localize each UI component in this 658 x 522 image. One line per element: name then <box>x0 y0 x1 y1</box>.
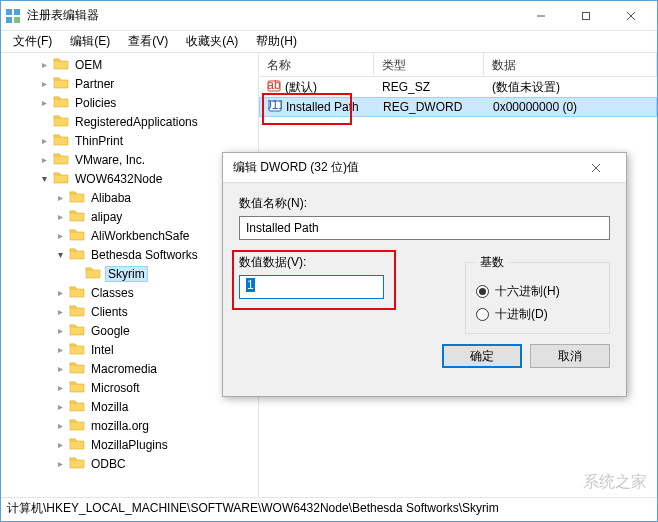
chevron-right-icon[interactable]: ▸ <box>53 210 67 224</box>
folder-icon <box>67 208 89 225</box>
tree-label: Microsoft <box>89 380 142 396</box>
svg-text:011: 011 <box>268 99 282 112</box>
tree-item-alipay[interactable]: ▸alipay <box>1 207 258 226</box>
tree-item-microsoft[interactable]: ▸Microsoft <box>1 378 258 397</box>
tree-label: Policies <box>73 95 118 111</box>
chevron-right-icon[interactable]: ▸ <box>53 343 67 357</box>
folder-icon <box>67 246 89 263</box>
chevron-right-icon[interactable]: ▸ <box>53 400 67 414</box>
folder-icon <box>67 303 89 320</box>
tree-item-odbc[interactable]: ▸ODBC <box>1 454 258 473</box>
list-row[interactable]: 011Installed PathREG_DWORD0x00000000 (0) <box>259 97 657 117</box>
tree-label: Clients <box>89 304 130 320</box>
value-input[interactable]: 1 <box>239 275 384 299</box>
regedit-icon <box>5 8 21 24</box>
dialog-titlebar: 编辑 DWORD (32 位)值 <box>223 153 626 183</box>
tree-item-registeredapplications[interactable]: RegisteredApplications <box>1 112 258 131</box>
radix-dec-option[interactable]: 十进制(D) <box>476 306 599 323</box>
tree-item-mozilla[interactable]: ▸Mozilla <box>1 397 258 416</box>
folder-icon <box>67 417 89 434</box>
tree-item-vmware-inc-[interactable]: ▸VMware, Inc. <box>1 150 258 169</box>
chevron-right-icon[interactable]: ▸ <box>53 229 67 243</box>
radix-group: 基数 十六进制(H) 十进制(D) <box>465 254 610 334</box>
chevron-right-icon[interactable]: ▸ <box>53 362 67 376</box>
maximize-button[interactable] <box>563 2 608 30</box>
tree-item-wow6432node[interactable]: ▾WOW6432Node <box>1 169 258 188</box>
minimize-button[interactable] <box>518 2 563 30</box>
tree-label: RegisteredApplications <box>73 114 200 130</box>
chevron-down-icon[interactable]: ▾ <box>37 172 51 186</box>
radix-hex-option[interactable]: 十六进制(H) <box>476 283 599 300</box>
folder-icon <box>67 436 89 453</box>
tree-item-partner[interactable]: ▸Partner <box>1 74 258 93</box>
folder-icon <box>67 379 89 396</box>
chevron-right-icon[interactable]: ▸ <box>53 419 67 433</box>
chevron-right-icon[interactable]: ▸ <box>53 457 67 471</box>
column-name[interactable]: 名称 <box>259 53 374 76</box>
dialog-close-button[interactable] <box>576 154 616 182</box>
menu-edit[interactable]: 编辑(E) <box>62 31 118 52</box>
tree-label: Intel <box>89 342 116 358</box>
value-type: REG_SZ <box>374 80 484 94</box>
chevron-right-icon[interactable]: ▸ <box>37 153 51 167</box>
menu-favorites[interactable]: 收藏夹(A) <box>178 31 246 52</box>
window-title: 注册表编辑器 <box>27 7 518 24</box>
folder-icon <box>51 151 73 168</box>
value-name: (默认) <box>285 79 317 96</box>
svg-text:ab: ab <box>267 79 281 92</box>
folder-icon <box>51 75 73 92</box>
tree-item-oem[interactable]: ▸OEM <box>1 55 258 74</box>
menu-help[interactable]: 帮助(H) <box>248 31 305 52</box>
tree-label: Classes <box>89 285 136 301</box>
tree-item-google[interactable]: ▸Google <box>1 321 258 340</box>
tree-item-classes[interactable]: ▸Classes <box>1 283 258 302</box>
tree-item-clients[interactable]: ▸Clients <box>1 302 258 321</box>
tree-item-thinprint[interactable]: ▸ThinPrint <box>1 131 258 150</box>
chevron-right-icon[interactable]: ▸ <box>37 96 51 110</box>
chevron-right-icon[interactable]: ▸ <box>53 381 67 395</box>
chevron-right-icon[interactable]: ▸ <box>53 305 67 319</box>
menu-file[interactable]: 文件(F) <box>5 31 60 52</box>
close-button[interactable] <box>608 2 653 30</box>
list-row[interactable]: ab(默认)REG_SZ(数值未设置) <box>259 77 657 97</box>
chevron-down-icon[interactable]: ▾ <box>53 248 67 262</box>
tree-item-intel[interactable]: ▸Intel <box>1 340 258 359</box>
tree-item-macromedia[interactable]: ▸Macromedia <box>1 359 258 378</box>
tree-item-policies[interactable]: ▸Policies <box>1 93 258 112</box>
tree-item-alibaba[interactable]: ▸Alibaba <box>1 188 258 207</box>
value-name: Installed Path <box>286 100 359 114</box>
tree-label: Skyrim <box>105 266 148 282</box>
menu-view[interactable]: 查看(V) <box>120 31 176 52</box>
chevron-right-icon[interactable]: ▸ <box>53 286 67 300</box>
ok-button[interactable]: 确定 <box>442 344 522 368</box>
chevron-right-icon[interactable]: ▸ <box>37 58 51 72</box>
radio-checked-icon <box>476 285 489 298</box>
name-input[interactable] <box>239 216 610 240</box>
titlebar: 注册表编辑器 <box>1 1 657 31</box>
svg-rect-0 <box>6 9 12 15</box>
tree-item-mozilla-org[interactable]: ▸mozilla.org <box>1 416 258 435</box>
svg-rect-3 <box>14 17 20 23</box>
tree-item-aliworkbenchsafe[interactable]: ▸AliWorkbenchSafe <box>1 226 258 245</box>
chevron-right-icon[interactable]: ▸ <box>37 77 51 91</box>
chevron-right-icon[interactable]: ▸ <box>53 324 67 338</box>
folder-icon <box>51 170 73 187</box>
tree-item-bethesda-softworks[interactable]: ▾Bethesda Softworks <box>1 245 258 264</box>
cancel-button[interactable]: 取消 <box>530 344 610 368</box>
tree-label: Bethesda Softworks <box>89 247 200 263</box>
folder-icon <box>67 398 89 415</box>
column-type[interactable]: 类型 <box>374 53 484 76</box>
statusbar: 计算机\HKEY_LOCAL_MACHINE\SOFTWARE\WOW6432N… <box>1 497 657 519</box>
tree-label: alipay <box>89 209 124 225</box>
tree-label: mozilla.org <box>89 418 151 434</box>
radio-unchecked-icon <box>476 308 489 321</box>
tree-panel[interactable]: ▸OEM▸Partner▸PoliciesRegisteredApplicati… <box>1 53 259 497</box>
tree-item-skyrim[interactable]: Skyrim <box>1 264 258 283</box>
chevron-right-icon[interactable]: ▸ <box>37 134 51 148</box>
tree-item-mozillaplugins[interactable]: ▸MozillaPlugins <box>1 435 258 454</box>
chevron-right-icon[interactable]: ▸ <box>53 191 67 205</box>
column-data[interactable]: 数据 <box>484 53 657 76</box>
tree-label: ThinPrint <box>73 133 125 149</box>
folder-icon <box>83 265 105 282</box>
chevron-right-icon[interactable]: ▸ <box>53 438 67 452</box>
